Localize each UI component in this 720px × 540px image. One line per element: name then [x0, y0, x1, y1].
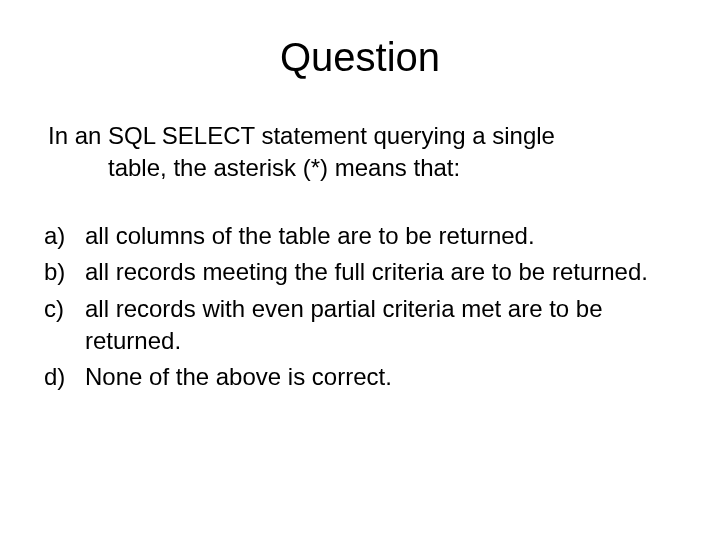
option-c: c) all records with even partial criteri… — [40, 293, 680, 358]
option-marker: c) — [40, 293, 85, 358]
option-marker: a) — [40, 220, 85, 252]
option-text: all records with even partial criteria m… — [85, 293, 680, 358]
option-text: all columns of the table are to be retur… — [85, 220, 680, 252]
option-text: None of the above is correct. — [85, 361, 680, 393]
option-a: a) all columns of the table are to be re… — [40, 220, 680, 252]
option-marker: b) — [40, 256, 85, 288]
page-title: Question — [40, 35, 680, 80]
stem-line-1: In an SQL SELECT statement querying a si… — [48, 122, 555, 149]
question-stem: In an SQL SELECT statement querying a si… — [40, 120, 680, 185]
option-marker: d) — [40, 361, 85, 393]
stem-line-2: table, the asterisk (*) means that: — [48, 152, 680, 184]
options-list: a) all columns of the table are to be re… — [40, 220, 680, 394]
option-text: all records meeting the full criteria ar… — [85, 256, 680, 288]
option-d: d) None of the above is correct. — [40, 361, 680, 393]
option-b: b) all records meeting the full criteria… — [40, 256, 680, 288]
